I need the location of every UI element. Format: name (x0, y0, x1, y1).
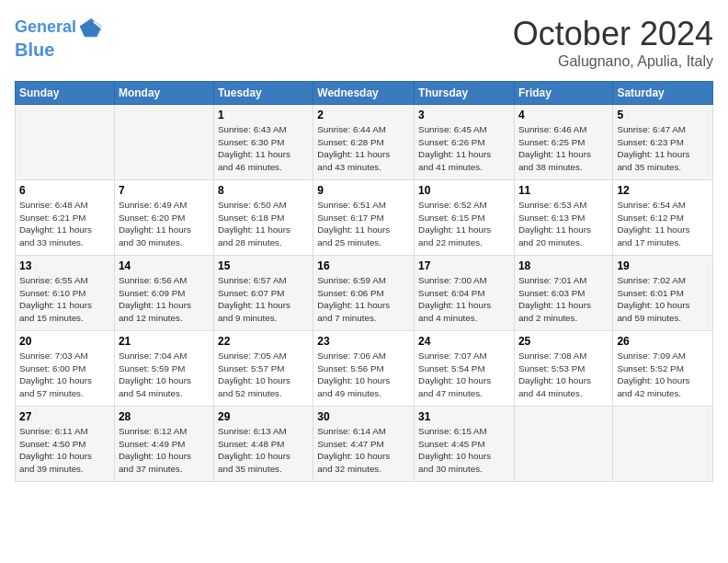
calendar-table: SundayMondayTuesdayWednesdayThursdayFrid… (15, 81, 713, 482)
day-number: 8 (218, 184, 309, 197)
cell-content: Sunrise: 6:46 AM Sunset: 6:25 PM Dayligh… (518, 123, 609, 174)
day-number: 20 (19, 335, 110, 348)
day-number: 15 (218, 259, 309, 272)
day-number: 7 (119, 184, 210, 197)
cell-content: Sunrise: 6:56 AM Sunset: 6:09 PM Dayligh… (119, 274, 210, 325)
day-number: 19 (617, 259, 709, 272)
day-number: 18 (518, 259, 609, 272)
cell-content: Sunrise: 7:05 AM Sunset: 5:57 PM Dayligh… (218, 350, 309, 400)
calendar-cell: 7Sunrise: 6:49 AM Sunset: 6:20 PM Daylig… (114, 180, 213, 256)
calendar-week-row: 6Sunrise: 6:48 AM Sunset: 6:21 PM Daylig… (16, 180, 713, 256)
day-number: 27 (19, 410, 110, 423)
cell-content: Sunrise: 6:12 AM Sunset: 4:49 PM Dayligh… (119, 425, 210, 476)
calendar-cell: 25Sunrise: 7:08 AM Sunset: 5:53 PM Dayli… (514, 331, 612, 407)
calendar-cell: 8Sunrise: 6:50 AM Sunset: 6:18 PM Daylig… (213, 180, 313, 256)
day-number: 12 (617, 184, 709, 197)
day-number: 28 (119, 410, 210, 423)
calendar-cell (613, 407, 713, 482)
weekday-header-saturday: Saturday (613, 82, 713, 105)
weekday-header-sunday: Sunday (16, 82, 115, 105)
calendar-cell: 30Sunrise: 6:14 AM Sunset: 4:47 PM Dayli… (313, 407, 415, 482)
cell-content: Sunrise: 6:11 AM Sunset: 4:50 PM Dayligh… (19, 425, 110, 476)
day-number: 1 (218, 109, 309, 121)
weekday-header-friday: Friday (514, 82, 612, 105)
day-number: 24 (418, 335, 510, 348)
cell-content: Sunrise: 7:07 AM Sunset: 5:54 PM Dayligh… (418, 350, 510, 400)
day-number: 14 (119, 259, 210, 272)
calendar-cell: 12Sunrise: 6:54 AM Sunset: 6:12 PM Dayli… (613, 180, 713, 256)
cell-content: Sunrise: 6:44 AM Sunset: 6:28 PM Dayligh… (317, 123, 410, 174)
calendar-week-row: 13Sunrise: 6:55 AM Sunset: 6:10 PM Dayli… (16, 256, 713, 331)
calendar-cell: 15Sunrise: 6:57 AM Sunset: 6:07 PM Dayli… (213, 256, 313, 331)
day-number: 16 (317, 259, 410, 272)
title-block: October 2024 Galugnano, Apulia, Italy (513, 15, 713, 70)
cell-content: Sunrise: 7:08 AM Sunset: 5:53 PM Dayligh… (518, 350, 609, 400)
cell-content: Sunrise: 7:09 AM Sunset: 5:52 PM Dayligh… (617, 350, 709, 400)
calendar-cell (16, 105, 115, 180)
weekday-header-wednesday: Wednesday (313, 82, 415, 105)
calendar-cell: 21Sunrise: 7:04 AM Sunset: 5:59 PM Dayli… (114, 331, 213, 407)
cell-content: Sunrise: 6:54 AM Sunset: 6:12 PM Dayligh… (617, 199, 709, 249)
weekday-header-thursday: Thursday (415, 82, 515, 105)
cell-content: Sunrise: 6:50 AM Sunset: 6:18 PM Dayligh… (218, 199, 309, 249)
month-title: October 2024 (513, 15, 713, 53)
calendar-cell: 23Sunrise: 7:06 AM Sunset: 5:56 PM Dayli… (313, 331, 415, 407)
cell-content: Sunrise: 6:51 AM Sunset: 6:17 PM Dayligh… (317, 199, 410, 249)
cell-content: Sunrise: 7:02 AM Sunset: 6:01 PM Dayligh… (617, 274, 709, 325)
cell-content: Sunrise: 6:52 AM Sunset: 6:15 PM Dayligh… (418, 199, 510, 249)
calendar-cell: 22Sunrise: 7:05 AM Sunset: 5:57 PM Dayli… (213, 331, 313, 407)
calendar-cell: 24Sunrise: 7:07 AM Sunset: 5:54 PM Dayli… (415, 331, 515, 407)
cell-content: Sunrise: 6:15 AM Sunset: 4:45 PM Dayligh… (418, 425, 510, 476)
calendar-cell: 6Sunrise: 6:48 AM Sunset: 6:21 PM Daylig… (16, 180, 115, 256)
cell-content: Sunrise: 6:45 AM Sunset: 6:26 PM Dayligh… (418, 123, 510, 174)
cell-content: Sunrise: 6:48 AM Sunset: 6:21 PM Dayligh… (19, 199, 110, 249)
calendar-cell: 26Sunrise: 7:09 AM Sunset: 5:52 PM Dayli… (613, 331, 713, 407)
calendar-cell (114, 105, 213, 180)
weekday-header-tuesday: Tuesday (213, 82, 313, 105)
calendar-cell: 27Sunrise: 6:11 AM Sunset: 4:50 PM Dayli… (16, 407, 115, 482)
calendar-cell: 4Sunrise: 6:46 AM Sunset: 6:25 PM Daylig… (514, 105, 612, 180)
day-number: 26 (617, 335, 709, 348)
calendar-cell: 29Sunrise: 6:13 AM Sunset: 4:48 PM Dayli… (213, 407, 313, 482)
day-number: 5 (617, 109, 709, 121)
logo-text: General (15, 17, 76, 38)
logo-icon (78, 15, 104, 40)
calendar-cell: 17Sunrise: 7:00 AM Sunset: 6:04 PM Dayli… (415, 256, 515, 331)
calendar-week-row: 20Sunrise: 7:03 AM Sunset: 6:00 PM Dayli… (16, 331, 713, 407)
cell-content: Sunrise: 6:13 AM Sunset: 4:48 PM Dayligh… (218, 425, 309, 476)
day-number: 23 (317, 335, 410, 348)
cell-content: Sunrise: 6:55 AM Sunset: 6:10 PM Dayligh… (19, 274, 110, 325)
cell-content: Sunrise: 7:03 AM Sunset: 6:00 PM Dayligh… (19, 350, 110, 400)
cell-content: Sunrise: 6:47 AM Sunset: 6:23 PM Dayligh… (617, 123, 709, 174)
calendar-cell: 14Sunrise: 6:56 AM Sunset: 6:09 PM Dayli… (114, 256, 213, 331)
calendar-cell: 28Sunrise: 6:12 AM Sunset: 4:49 PM Dayli… (114, 407, 213, 482)
calendar-cell: 9Sunrise: 6:51 AM Sunset: 6:17 PM Daylig… (313, 180, 415, 256)
day-number: 17 (418, 259, 510, 272)
day-number: 21 (119, 335, 210, 348)
calendar-cell: 2Sunrise: 6:44 AM Sunset: 6:28 PM Daylig… (313, 105, 415, 180)
weekday-header-row: SundayMondayTuesdayWednesdayThursdayFrid… (16, 82, 713, 105)
calendar-cell: 1Sunrise: 6:43 AM Sunset: 6:30 PM Daylig… (213, 105, 313, 180)
day-number: 3 (418, 109, 510, 121)
day-number: 2 (317, 109, 410, 121)
logo: General Blue (15, 15, 104, 61)
cell-content: Sunrise: 6:49 AM Sunset: 6:20 PM Dayligh… (119, 199, 210, 249)
calendar-cell (514, 407, 612, 482)
cell-content: Sunrise: 7:06 AM Sunset: 5:56 PM Dayligh… (317, 350, 410, 400)
calendar-cell: 18Sunrise: 7:01 AM Sunset: 6:03 PM Dayli… (514, 256, 612, 331)
cell-content: Sunrise: 6:59 AM Sunset: 6:06 PM Dayligh… (317, 274, 410, 325)
calendar-week-row: 1Sunrise: 6:43 AM Sunset: 6:30 PM Daylig… (16, 105, 713, 180)
calendar-cell: 10Sunrise: 6:52 AM Sunset: 6:15 PM Dayli… (415, 180, 515, 256)
cell-content: Sunrise: 7:00 AM Sunset: 6:04 PM Dayligh… (418, 274, 510, 325)
day-number: 9 (317, 184, 410, 197)
cell-content: Sunrise: 7:01 AM Sunset: 6:03 PM Dayligh… (518, 274, 609, 325)
calendar-week-row: 27Sunrise: 6:11 AM Sunset: 4:50 PM Dayli… (16, 407, 713, 482)
logo-blue-text: Blue (15, 39, 54, 61)
day-number: 31 (418, 410, 510, 423)
day-number: 29 (218, 410, 309, 423)
weekday-header-monday: Monday (114, 82, 213, 105)
calendar-cell: 31Sunrise: 6:15 AM Sunset: 4:45 PM Dayli… (415, 407, 515, 482)
calendar-cell: 19Sunrise: 7:02 AM Sunset: 6:01 PM Dayli… (613, 256, 713, 331)
calendar-cell: 5Sunrise: 6:47 AM Sunset: 6:23 PM Daylig… (613, 105, 713, 180)
day-number: 25 (518, 335, 609, 348)
